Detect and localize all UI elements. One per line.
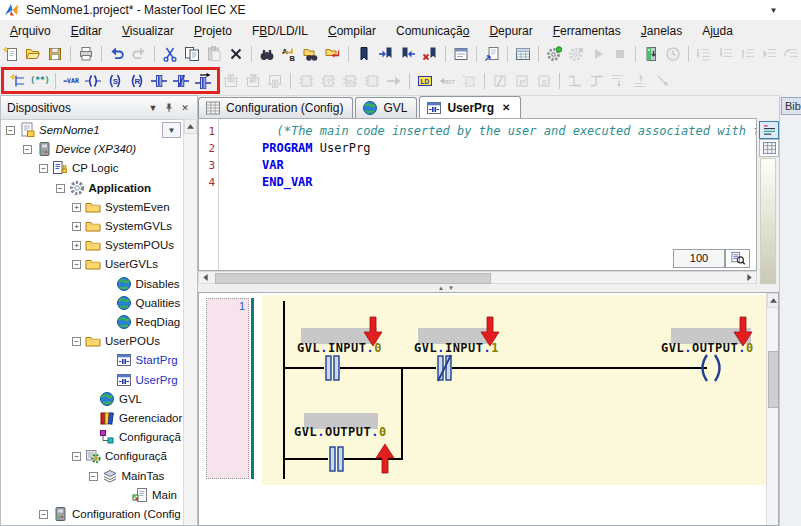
menu-visualizar[interactable]: Visualizar bbox=[112, 22, 184, 40]
cut-button[interactable] bbox=[159, 43, 181, 65]
tree-item-systemeven[interactable]: +SystemEven bbox=[1, 198, 184, 217]
insert-negated-contact-button[interactable] bbox=[170, 70, 192, 92]
insert-assignment-button[interactable]: =VAR bbox=[60, 70, 82, 92]
find-in-project-button[interactable] bbox=[300, 43, 322, 65]
tree-item-reqdiag[interactable]: ReqDiag bbox=[1, 313, 184, 332]
tree-item-main[interactable]: Main bbox=[1, 486, 184, 505]
print-button[interactable] bbox=[75, 43, 97, 65]
tree-quick-select-dropdown[interactable]: ▼ bbox=[162, 122, 181, 138]
tree-item-partial[interactable]: + bbox=[1, 524, 184, 525]
find-button[interactable] bbox=[256, 43, 278, 65]
menu-compilar[interactable]: Compilar bbox=[318, 22, 386, 40]
menu-janelas[interactable]: Janelas bbox=[631, 22, 692, 40]
menu-ajuda[interactable]: Ajuda bbox=[692, 22, 743, 40]
ladder-vertical-scrollbar[interactable] bbox=[766, 293, 779, 525]
next-bookmark-button[interactable] bbox=[375, 43, 397, 65]
scroll-left-icon[interactable] bbox=[199, 272, 212, 283]
scrollbar-thumb[interactable] bbox=[215, 273, 491, 284]
expander[interactable]: − bbox=[72, 337, 81, 346]
download-button[interactable] bbox=[640, 43, 662, 65]
undo-button[interactable] bbox=[106, 43, 128, 65]
pane-splitter[interactable]: ▲▼ bbox=[198, 284, 779, 292]
device-tree[interactable]: −SemNome1−Device (XP340)−CP Logic−Applic… bbox=[1, 119, 184, 525]
tree-item-userpous[interactable]: −UserPOUs bbox=[1, 332, 184, 351]
expander[interactable]: − bbox=[72, 260, 81, 269]
copy-button[interactable] bbox=[181, 43, 203, 65]
edit-object-button[interactable] bbox=[512, 43, 534, 65]
tree-scrollbar[interactable] bbox=[183, 119, 197, 525]
expander[interactable]: − bbox=[39, 510, 48, 519]
scroll-up-icon[interactable] bbox=[767, 293, 779, 308]
expander[interactable]: − bbox=[39, 164, 48, 173]
tree-item-cp-logic[interactable]: −CP Logic bbox=[1, 159, 184, 178]
tree-item-userprg[interactable]: UserPrg bbox=[1, 371, 184, 390]
tree-item-systempous[interactable]: +SystemPOUs bbox=[1, 236, 184, 255]
negated-contact-gvl-input-1[interactable] bbox=[424, 353, 464, 383]
tree-item-startprg[interactable]: StartPrg bbox=[1, 351, 184, 370]
properties-button[interactable] bbox=[450, 43, 472, 65]
tree-item-configura[interactable]: −Configuraçã bbox=[1, 447, 184, 466]
delete-button[interactable] bbox=[225, 43, 247, 65]
menu-ferramentas[interactable]: Ferramentas bbox=[543, 22, 631, 40]
insert-comment-button[interactable]: (**) bbox=[29, 70, 51, 92]
tree-item-qualities[interactable]: Qualities bbox=[1, 294, 184, 313]
login-button[interactable] bbox=[543, 43, 565, 65]
close-icon[interactable]: ✕ bbox=[502, 102, 510, 113]
panel-dropdown-icon[interactable]: ▼ bbox=[145, 100, 161, 115]
scrollbar-thumb[interactable] bbox=[768, 351, 779, 408]
expander[interactable]: − bbox=[23, 145, 32, 154]
textual-view-button[interactable] bbox=[759, 121, 779, 139]
insert-rising-edge-contact-button[interactable] bbox=[192, 70, 214, 92]
menu-fbd-ld-il[interactable]: FBD/LD/IL bbox=[242, 22, 318, 40]
editor-zoom-value[interactable]: 100 bbox=[673, 249, 725, 268]
save-project-button[interactable] bbox=[44, 43, 66, 65]
new-file-button[interactable] bbox=[0, 43, 22, 65]
clear-bookmarks-button[interactable] bbox=[419, 43, 441, 65]
insert-reset-coil-button[interactable]: R bbox=[126, 70, 148, 92]
tree-item-systemgvls[interactable]: +SystemGVLs bbox=[1, 217, 184, 236]
expander[interactable]: − bbox=[6, 126, 15, 135]
tab-userprg[interactable]: UserPrg✕ bbox=[419, 96, 520, 118]
scroll-right-icon[interactable] bbox=[743, 272, 756, 283]
tree-item-maintas[interactable]: −MainTas bbox=[1, 467, 184, 486]
contact-gvl-output-0[interactable] bbox=[316, 444, 356, 474]
replace-button[interactable]: AB bbox=[278, 43, 300, 65]
menu-depurar[interactable]: Depurar bbox=[479, 22, 542, 40]
insert-contact-button[interactable] bbox=[148, 70, 170, 92]
code-horizontal-scrollbar[interactable] bbox=[198, 271, 757, 284]
st-code-editor[interactable]: 1 (*The main code inserted by the user a… bbox=[198, 118, 757, 271]
toggle-bookmark-button[interactable] bbox=[353, 43, 375, 65]
insert-coil-button[interactable] bbox=[82, 70, 104, 92]
operand-label[interactable]: GVL.OUTPUT.0 bbox=[294, 425, 387, 439]
editor-vertical-scrollbar[interactable] bbox=[760, 158, 776, 285]
expander[interactable]: − bbox=[72, 452, 81, 461]
ladder-editor[interactable]: 1 GVL.INPUT.0 GVL.INPUT.1 GVL.OUTPUT.0 G… bbox=[198, 292, 779, 526]
open-project-button[interactable] bbox=[22, 43, 44, 65]
menu-comunica-o[interactable]: Comunicação bbox=[386, 22, 479, 40]
insert-ld-block-button[interactable]: LD bbox=[414, 70, 436, 92]
tree-item-gvl[interactable]: GVL bbox=[1, 390, 184, 409]
tree-item-disables[interactable]: Disables bbox=[1, 275, 184, 294]
expander[interactable]: + bbox=[72, 203, 81, 212]
insert-set-coil-button[interactable]: S bbox=[104, 70, 126, 92]
scroll-up-icon[interactable] bbox=[184, 119, 197, 134]
replace-in-project-button[interactable] bbox=[322, 43, 344, 65]
tree-item-gerenciador[interactable]: Gerenciador bbox=[1, 409, 184, 428]
tab-gvl[interactable]: GVL bbox=[355, 97, 417, 118]
close-icon[interactable]: ✕ bbox=[177, 100, 193, 115]
tab-configuration-config[interactable]: Configuration (Config) bbox=[198, 97, 353, 118]
previous-bookmark-button[interactable] bbox=[397, 43, 419, 65]
expander[interactable]: + bbox=[72, 241, 81, 250]
tree-item-configura[interactable]: Configuraçã bbox=[1, 428, 184, 447]
ladder-canvas[interactable]: GVL.INPUT.0 GVL.INPUT.1 GVL.OUTPUT.0 GVL… bbox=[262, 295, 766, 485]
menu-projeto[interactable]: Projeto bbox=[184, 22, 242, 40]
insert-network-button[interactable] bbox=[7, 70, 29, 92]
expander[interactable]: + bbox=[72, 222, 81, 231]
add-object-button[interactable] bbox=[481, 43, 503, 65]
tree-item-device-xp340[interactable]: −Device (XP340) bbox=[1, 140, 184, 159]
tab-overflow-dropdown[interactable]: ▼ bbox=[766, 4, 781, 17]
library-panel-tab[interactable]: Bib bbox=[781, 97, 801, 115]
menu-editar[interactable]: Editar bbox=[61, 22, 112, 40]
tree-item-configuration-config[interactable]: −Configuration (Config bbox=[1, 505, 184, 524]
tree-item-application[interactable]: −Application bbox=[1, 179, 184, 198]
